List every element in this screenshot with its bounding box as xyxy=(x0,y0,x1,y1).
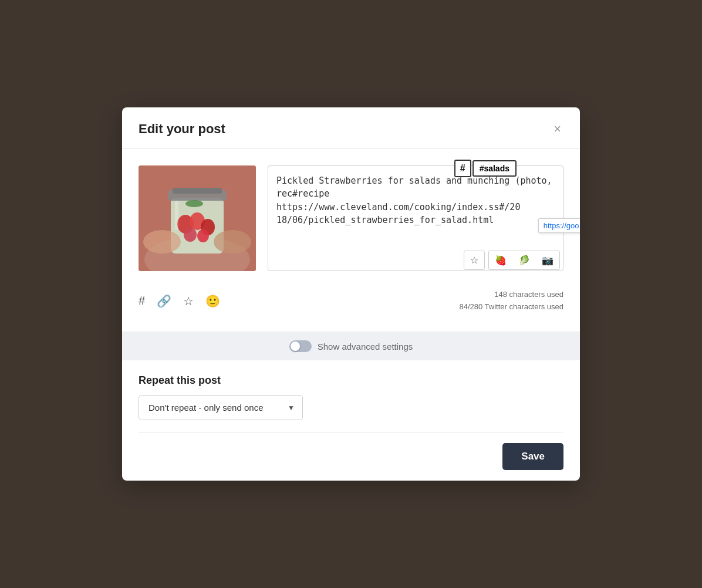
modal-body: # #salads Pickled Strawberries for salad… xyxy=(122,149,580,332)
modal-overlay: Edit your post × xyxy=(0,0,702,588)
strawberry-button[interactable]: 🍓 xyxy=(489,251,512,269)
post-edit-area: # #salads Pickled Strawberries for salad… xyxy=(139,165,563,273)
star-action-button[interactable]: ☆ xyxy=(464,251,485,270)
shortlink-tooltip: https://goo.gl/b xyxy=(538,218,580,233)
leaf-button[interactable]: 🥬 xyxy=(512,251,536,269)
svg-point-10 xyxy=(185,200,203,207)
repeat-select-wrapper: Don't repeat - only send once Every day … xyxy=(139,395,303,420)
svg-point-12 xyxy=(143,230,181,254)
modal-footer: Save xyxy=(122,432,580,481)
svg-point-13 xyxy=(214,230,251,254)
post-image xyxy=(139,165,256,271)
hashtag-toolbar-button[interactable]: # xyxy=(139,294,145,307)
modal-header: Edit your post × xyxy=(122,107,580,149)
repeat-section: Repeat this post Don't repeat - only sen… xyxy=(122,360,580,432)
svg-rect-11 xyxy=(175,201,178,230)
text-area-wrapper: # #salads Pickled Strawberries for salad… xyxy=(268,165,563,273)
post-toolbar: # 🔗 ☆ 🙂 148 characters used 84/280 Twitt… xyxy=(139,283,563,316)
twitter-char-count: 84/280 Twitter characters used xyxy=(459,301,563,313)
advanced-settings-bar: Show advanced settings xyxy=(122,332,580,360)
link-toolbar-button[interactable]: 🔗 xyxy=(157,294,171,308)
textarea-actions: ☆ 🍓 🥬 📷 xyxy=(464,251,560,270)
emoji-toolbar-button[interactable]: 🙂 xyxy=(205,294,220,308)
star-toolbar-button[interactable]: ☆ xyxy=(183,294,194,308)
camera-button[interactable]: 📷 xyxy=(536,251,559,269)
hashtag-badge: # xyxy=(454,160,471,177)
svg-point-9 xyxy=(197,229,209,242)
toggle-wrapper: Show advanced settings xyxy=(289,340,413,352)
hashtag-tooltip: # #salads xyxy=(454,160,517,177)
svg-point-8 xyxy=(184,228,197,242)
advanced-settings-toggle[interactable] xyxy=(289,340,312,352)
svg-rect-4 xyxy=(173,188,222,194)
repeat-select[interactable]: Don't repeat - only send once Every day … xyxy=(139,395,303,420)
modal-title: Edit your post xyxy=(139,121,225,137)
emoji-action-group: 🍓 🥬 📷 xyxy=(488,251,560,270)
char-count: 148 characters used 84/280 Twitter chara… xyxy=(459,289,563,313)
toggle-knob xyxy=(291,342,300,351)
char-count-total: 148 characters used xyxy=(459,289,563,301)
edit-post-modal: Edit your post × xyxy=(122,107,580,481)
advanced-settings-label: Show advanced settings xyxy=(318,342,413,352)
close-button[interactable]: × xyxy=(551,120,563,138)
repeat-title: Repeat this post xyxy=(139,374,563,387)
save-button[interactable]: Save xyxy=(502,443,563,470)
hashtag-tag: #salads xyxy=(473,160,517,177)
